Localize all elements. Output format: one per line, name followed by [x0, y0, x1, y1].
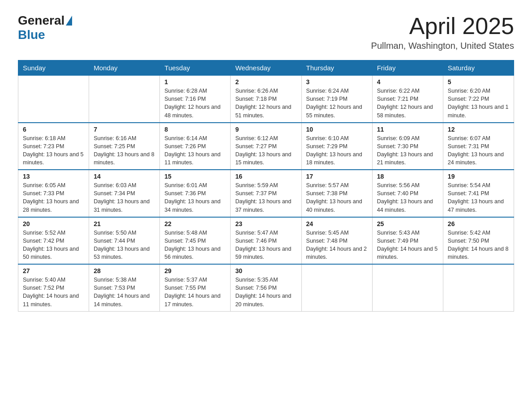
day-number: 22: [164, 220, 226, 227]
calendar-cell: [89, 76, 160, 123]
calendar-cell: 13Sunrise: 6:05 AMSunset: 7:33 PMDayligh…: [18, 170, 89, 217]
calendar-cell: 19Sunrise: 5:54 AMSunset: 7:41 PMDayligh…: [443, 170, 514, 217]
day-number: 28: [94, 267, 155, 274]
day-info: Sunrise: 5:38 AMSunset: 7:53 PMDaylight:…: [94, 276, 155, 308]
day-info: Sunrise: 5:40 AMSunset: 7:52 PMDaylight:…: [23, 276, 84, 308]
day-info: Sunrise: 6:14 AMSunset: 7:26 PMDaylight:…: [164, 134, 226, 167]
day-info: Sunrise: 5:59 AMSunset: 7:37 PMDaylight:…: [235, 181, 296, 214]
calendar-header-row: SundayMondayTuesdayWednesdayThursdayFrid…: [18, 60, 514, 76]
calendar-cell: 30Sunrise: 5:35 AMSunset: 7:56 PMDayligh…: [231, 264, 301, 311]
calendar-cell: 20Sunrise: 5:52 AMSunset: 7:42 PMDayligh…: [18, 217, 89, 265]
day-number: 4: [377, 78, 438, 86]
day-info: Sunrise: 6:07 AMSunset: 7:31 PMDaylight:…: [448, 134, 509, 167]
logo-blue-text: Blue: [18, 28, 45, 42]
logo: General Blue: [18, 13, 73, 42]
calendar-cell: 4Sunrise: 6:22 AMSunset: 7:21 PMDaylight…: [372, 76, 443, 123]
day-number: 6: [23, 126, 84, 133]
col-header-friday: Friday: [372, 60, 443, 76]
col-header-sunday: Sunday: [18, 60, 89, 76]
col-header-tuesday: Tuesday: [160, 60, 231, 76]
day-info: Sunrise: 5:57 AMSunset: 7:38 PMDaylight:…: [306, 181, 368, 214]
day-number: 10: [306, 126, 368, 133]
day-info: Sunrise: 5:48 AMSunset: 7:45 PMDaylight:…: [164, 229, 226, 261]
calendar-week-row: 1Sunrise: 6:28 AMSunset: 7:16 PMDaylight…: [18, 76, 514, 123]
calendar-cell: [443, 264, 514, 311]
logo-text: General: [18, 13, 73, 28]
day-number: 13: [23, 173, 84, 180]
calendar-week-row: 6Sunrise: 6:18 AMSunset: 7:23 PMDaylight…: [18, 123, 514, 170]
day-info: Sunrise: 6:05 AMSunset: 7:33 PMDaylight:…: [23, 181, 84, 214]
page-header: General Blue April 2025 Pullman, Washing…: [18, 13, 514, 51]
day-number: 20: [23, 220, 84, 227]
calendar-cell: 27Sunrise: 5:40 AMSunset: 7:52 PMDayligh…: [18, 264, 89, 311]
col-header-thursday: Thursday: [301, 60, 372, 76]
day-number: 1: [164, 78, 226, 86]
day-info: Sunrise: 6:03 AMSunset: 7:34 PMDaylight:…: [94, 181, 155, 214]
col-header-monday: Monday: [89, 60, 160, 76]
calendar-cell: 5Sunrise: 6:20 AMSunset: 7:22 PMDaylight…: [443, 76, 514, 123]
calendar-cell: 6Sunrise: 6:18 AMSunset: 7:23 PMDaylight…: [18, 123, 89, 170]
day-number: 7: [94, 126, 155, 133]
day-number: 24: [306, 220, 368, 227]
day-info: Sunrise: 6:20 AMSunset: 7:22 PMDaylight:…: [448, 87, 509, 120]
calendar-cell: 25Sunrise: 5:43 AMSunset: 7:49 PMDayligh…: [372, 217, 443, 265]
day-info: Sunrise: 5:42 AMSunset: 7:50 PMDaylight:…: [448, 229, 509, 261]
col-header-wednesday: Wednesday: [231, 60, 301, 76]
day-number: 16: [235, 173, 296, 180]
day-number: 12: [448, 126, 509, 133]
day-info: Sunrise: 5:52 AMSunset: 7:42 PMDaylight:…: [23, 229, 84, 261]
calendar-cell: [372, 264, 443, 311]
calendar-cell: 18Sunrise: 5:56 AMSunset: 7:40 PMDayligh…: [372, 170, 443, 217]
calendar-cell: 3Sunrise: 6:24 AMSunset: 7:19 PMDaylight…: [301, 76, 372, 123]
calendar-cell: 24Sunrise: 5:45 AMSunset: 7:48 PMDayligh…: [301, 217, 372, 265]
day-number: 26: [448, 220, 509, 227]
calendar-cell: 17Sunrise: 5:57 AMSunset: 7:38 PMDayligh…: [301, 170, 372, 217]
col-header-saturday: Saturday: [443, 60, 514, 76]
calendar-cell: 23Sunrise: 5:47 AMSunset: 7:46 PMDayligh…: [231, 217, 301, 265]
calendar-cell: 29Sunrise: 5:37 AMSunset: 7:55 PMDayligh…: [160, 264, 231, 311]
calendar-cell: 14Sunrise: 6:03 AMSunset: 7:34 PMDayligh…: [89, 170, 160, 217]
day-number: 11: [377, 126, 438, 133]
day-info: Sunrise: 5:56 AMSunset: 7:40 PMDaylight:…: [377, 181, 438, 214]
day-info: Sunrise: 6:22 AMSunset: 7:21 PMDaylight:…: [377, 87, 438, 120]
day-info: Sunrise: 6:24 AMSunset: 7:19 PMDaylight:…: [306, 87, 368, 120]
day-number: 23: [235, 220, 296, 227]
day-number: 30: [235, 267, 296, 274]
calendar-week-row: 13Sunrise: 6:05 AMSunset: 7:33 PMDayligh…: [18, 170, 514, 217]
day-info: Sunrise: 5:37 AMSunset: 7:55 PMDaylight:…: [164, 276, 226, 308]
day-info: Sunrise: 6:01 AMSunset: 7:36 PMDaylight:…: [164, 181, 226, 214]
calendar-cell: 15Sunrise: 6:01 AMSunset: 7:36 PMDayligh…: [160, 170, 231, 217]
day-info: Sunrise: 5:43 AMSunset: 7:49 PMDaylight:…: [377, 229, 438, 261]
calendar-cell: 2Sunrise: 6:26 AMSunset: 7:18 PMDaylight…: [231, 76, 301, 123]
calendar-cell: 1Sunrise: 6:28 AMSunset: 7:16 PMDaylight…: [160, 76, 231, 123]
calendar-cell: 9Sunrise: 6:12 AMSunset: 7:27 PMDaylight…: [231, 123, 301, 170]
day-info: Sunrise: 5:35 AMSunset: 7:56 PMDaylight:…: [235, 276, 296, 308]
day-info: Sunrise: 6:10 AMSunset: 7:29 PMDaylight:…: [306, 134, 368, 167]
day-number: 5: [448, 78, 509, 86]
day-number: 27: [23, 267, 84, 274]
calendar-week-row: 27Sunrise: 5:40 AMSunset: 7:52 PMDayligh…: [18, 264, 514, 311]
logo-general: General: [18, 13, 64, 28]
day-number: 8: [164, 126, 226, 133]
day-info: Sunrise: 5:45 AMSunset: 7:48 PMDaylight:…: [306, 229, 368, 261]
day-info: Sunrise: 6:28 AMSunset: 7:16 PMDaylight:…: [164, 87, 226, 120]
calendar-cell: 10Sunrise: 6:10 AMSunset: 7:29 PMDayligh…: [301, 123, 372, 170]
calendar-cell: 16Sunrise: 5:59 AMSunset: 7:37 PMDayligh…: [231, 170, 301, 217]
day-number: 15: [164, 173, 226, 180]
calendar-cell: [18, 76, 89, 123]
location-subtitle: Pullman, Washington, United States: [371, 41, 514, 51]
calendar-cell: 8Sunrise: 6:14 AMSunset: 7:26 PMDaylight…: [160, 123, 231, 170]
logo-blue-label: Blue: [18, 28, 45, 42]
day-number: 2: [235, 78, 296, 86]
day-info: Sunrise: 5:47 AMSunset: 7:46 PMDaylight:…: [235, 229, 296, 261]
day-number: 21: [94, 220, 155, 227]
day-info: Sunrise: 6:16 AMSunset: 7:25 PMDaylight:…: [94, 134, 155, 167]
day-info: Sunrise: 5:50 AMSunset: 7:44 PMDaylight:…: [94, 229, 155, 261]
day-number: 25: [377, 220, 438, 227]
logo-triangle-icon: [66, 16, 72, 26]
day-number: 29: [164, 267, 226, 274]
calendar-week-row: 20Sunrise: 5:52 AMSunset: 7:42 PMDayligh…: [18, 217, 514, 265]
calendar-cell: 26Sunrise: 5:42 AMSunset: 7:50 PMDayligh…: [443, 217, 514, 265]
day-number: 19: [448, 173, 509, 180]
calendar-cell: 21Sunrise: 5:50 AMSunset: 7:44 PMDayligh…: [89, 217, 160, 265]
